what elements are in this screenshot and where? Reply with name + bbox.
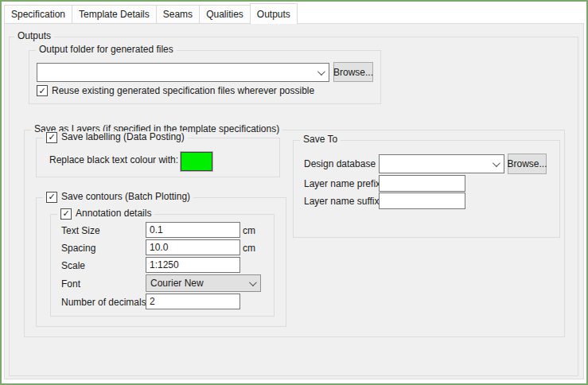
save-to-groupbox-title: Save To <box>300 134 341 146</box>
tab-strip: Specification Template Details Seams Qua… <box>4 3 297 24</box>
save-contours-caption: ✓ Save contours (Batch Plotting) <box>43 191 193 203</box>
save-labelling-checkbox-label: Save labelling (Data Posting) <box>61 131 185 143</box>
reuse-files-checkbox-label: Reuse existing generated specification f… <box>52 85 314 96</box>
replace-colour-label: Replace black text colour with: <box>49 154 178 165</box>
spacing-label: Spacing <box>61 243 95 254</box>
save-contours-checkbox[interactable]: ✓ <box>46 192 57 203</box>
outputs-groupbox-title: Outputs <box>14 30 54 42</box>
font-dropdown-value: Courier New <box>150 278 204 289</box>
font-label: Font <box>61 278 80 290</box>
outputs-groupbox: Outputs Output folder for generated file… <box>9 37 578 376</box>
layer-name-prefix-label: Layer name prefix <box>304 178 380 189</box>
annotation-details-checkbox-label: Annotation details <box>76 208 151 220</box>
checkmark-icon: ✓ <box>48 192 55 201</box>
save-labelling-caption: ✓ Save labelling (Data Posting) <box>43 131 188 143</box>
chevron-down-icon <box>317 68 325 76</box>
scale-label: Scale <box>61 260 85 271</box>
tab-specification[interactable]: Specification <box>4 5 72 24</box>
design-database-label: Design database <box>304 158 376 169</box>
save-to-groupbox: Save To Design database Browse... Layer … <box>293 140 560 238</box>
checkmark-icon: ✓ <box>48 133 55 142</box>
number-of-decimals-label: Number of decimals <box>61 297 146 308</box>
spacing-input[interactable] <box>146 239 240 255</box>
design-database-combobox[interactable] <box>379 154 504 173</box>
spacing-unit: cm <box>243 243 255 254</box>
tab-template-details[interactable]: Template Details <box>72 5 157 24</box>
checkmark-icon: ✓ <box>62 209 69 218</box>
scale-input[interactable] <box>146 257 240 273</box>
chevron-down-icon <box>493 159 500 167</box>
layer-name-suffix-input[interactable] <box>379 192 465 209</box>
save-labelling-checkbox[interactable]: ✓ <box>46 132 57 143</box>
annotation-details-checkbox[interactable]: ✓ <box>60 208 72 220</box>
output-folder-groupbox: Output folder for generated files Browse… <box>29 50 381 104</box>
annotation-details-groupbox: ✓ Annotation details Text Size cm Spacin… <box>50 214 275 317</box>
chevron-down-icon <box>249 278 257 286</box>
save-contours-groupbox: ✓ Save contours (Batch Plotting) ✓ Annot… <box>36 197 286 327</box>
checkmark-icon: ✓ <box>38 87 45 95</box>
text-size-input[interactable] <box>146 222 240 238</box>
outputs-dialog: { "icons": { "checkmark": "\u2713", "che… <box>0 0 588 385</box>
save-contours-checkbox-label: Save contours (Batch Plotting) <box>61 191 190 203</box>
save-labelling-groupbox: ✓ Save labelling (Data Posting) Replace … <box>36 138 280 177</box>
font-dropdown[interactable]: Courier New <box>146 274 261 292</box>
tab-qualities[interactable]: Qualities <box>199 5 251 24</box>
outputs-tab-page: Outputs Output folder for generated file… <box>4 23 584 379</box>
output-folder-browse-button[interactable]: Browse... <box>333 62 373 82</box>
layer-name-prefix-input[interactable] <box>379 175 465 192</box>
reuse-files-checkbox-row: ✓ Reuse existing generated specification… <box>37 85 314 96</box>
design-database-browse-button[interactable]: Browse... <box>508 154 547 174</box>
output-folder-combobox[interactable] <box>37 63 329 82</box>
tab-seams[interactable]: Seams <box>156 5 200 24</box>
replace-colour-swatch[interactable] <box>181 152 212 171</box>
number-of-decimals-input[interactable] <box>146 294 240 309</box>
annotation-details-caption: ✓ Annotation details <box>57 208 154 220</box>
layer-name-suffix-label: Layer name suffix <box>304 196 380 207</box>
tab-outputs[interactable]: Outputs <box>250 3 298 25</box>
text-size-unit: cm <box>243 225 255 236</box>
reuse-files-checkbox[interactable]: ✓ <box>37 85 48 96</box>
save-as-layers-groupbox: Save as Layers (if specified in the temp… <box>24 130 565 337</box>
output-folder-groupbox-title: Output folder for generated files <box>36 44 177 56</box>
text-size-label: Text Size <box>61 225 100 236</box>
